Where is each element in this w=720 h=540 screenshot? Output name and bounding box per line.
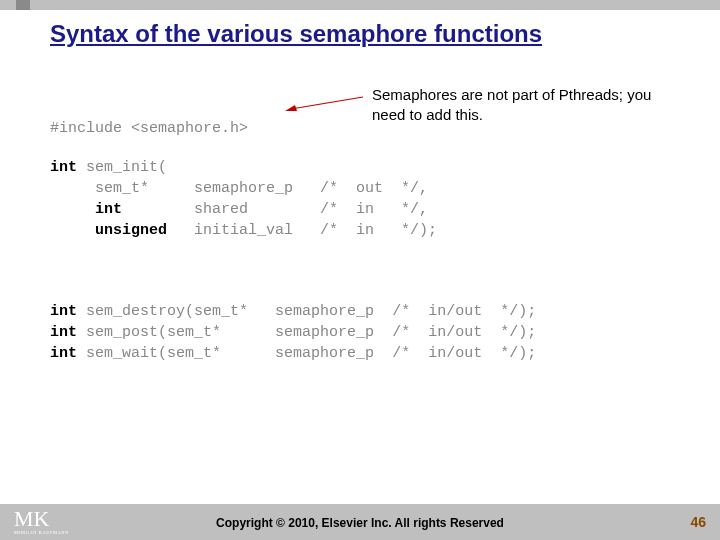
sem-post-line: int sem_post(sem_t* semaphore_p /* in/ou…: [50, 322, 670, 343]
p2-type: int: [95, 201, 122, 218]
logo-sub: MORGAN KAUFMANN: [14, 530, 74, 535]
page-number: 46: [690, 514, 706, 530]
p1-type: sem_t*: [95, 180, 149, 197]
sem-wait-line: int sem_wait(sem_t* semaphore_p /* in/ou…: [50, 343, 670, 364]
include-line: #include <semaphore.h>: [50, 118, 670, 139]
sem-init-line1: int sem_init(: [50, 157, 670, 178]
p3-comment: /* in */);: [320, 222, 437, 239]
arg-name: semaphore_p: [275, 324, 374, 341]
arg-type: sem_t*: [167, 345, 221, 362]
sem-init-p3: unsigned initial_val /* in */);: [50, 220, 670, 241]
svg-marker-1: [285, 105, 297, 111]
p1-comment: /* out */,: [320, 180, 428, 197]
copyright-text: Copyright © 2010, Elsevier Inc. All righ…: [0, 516, 720, 530]
sem-destroy-line: int sem_destroy(sem_t* semaphore_p /* in…: [50, 301, 670, 322]
p2-name: shared: [194, 201, 248, 218]
ret-type: int: [50, 324, 77, 341]
p2-comment: /* in */,: [320, 201, 428, 218]
comment: /* in/out */);: [392, 324, 536, 341]
ret-type: int: [50, 345, 77, 362]
sem-init-p2: int shared /* in */,: [50, 199, 670, 220]
svg-line-0: [291, 97, 363, 109]
arg-type: sem_t*: [194, 303, 248, 320]
ret-type: int: [50, 303, 77, 320]
p3-name: initial_val: [194, 222, 293, 239]
slide-title: Syntax of the various semaphore function…: [50, 20, 542, 48]
p3-type: unsigned: [95, 222, 167, 239]
fn-name: sem_post(: [86, 324, 167, 341]
arg-name: semaphore_p: [275, 303, 374, 320]
fn-name: sem_init(: [86, 159, 167, 176]
include-hash: #include: [50, 120, 122, 137]
p1-name: semaphore_p: [194, 180, 293, 197]
sem-init-p1: sem_t* semaphore_p /* out */,: [50, 178, 670, 199]
include-file: <semaphore.h>: [131, 120, 248, 137]
comment: /* in/out */);: [392, 303, 536, 320]
fn-name: sem_wait(: [86, 345, 167, 362]
arg-type: sem_t*: [167, 324, 221, 341]
ret-type: int: [50, 159, 77, 176]
callout-arrow: [285, 95, 365, 113]
code-area: #include <semaphore.h> int sem_init( sem…: [50, 118, 670, 364]
header-bar: [0, 0, 720, 10]
fn-name: sem_destroy(: [86, 303, 194, 320]
arg-name: semaphore_p: [275, 345, 374, 362]
comment: /* in/out */);: [392, 345, 536, 362]
